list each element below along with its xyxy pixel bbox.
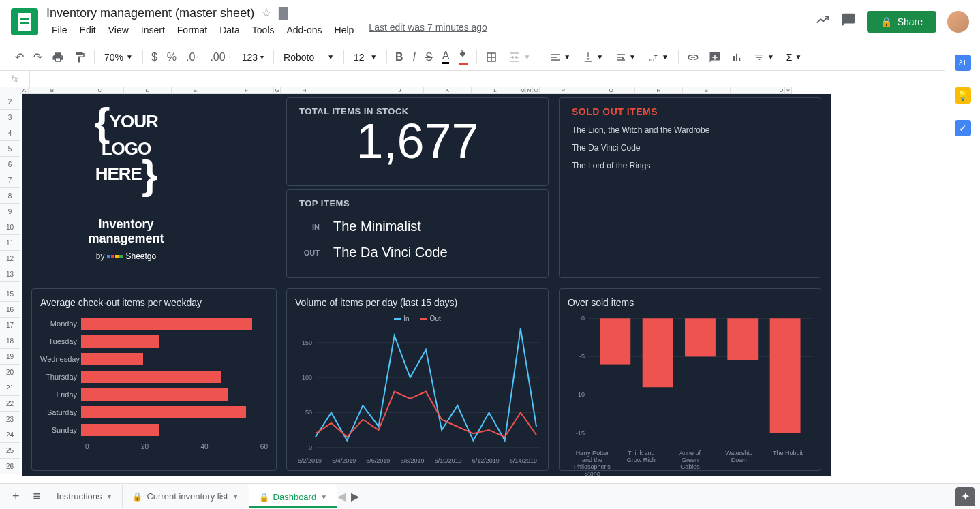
calendar-icon[interactable]: 31 bbox=[955, 55, 971, 71]
oversold-chart[interactable]: Over sold items 0-5-10-15 Harry Potter a… bbox=[559, 288, 821, 471]
menu-format[interactable]: Format bbox=[172, 22, 213, 38]
col-header[interactable]: H bbox=[281, 87, 328, 94]
sheet-tab-dashboard[interactable]: 🔒Dashboard▼ bbox=[249, 485, 338, 508]
menu-edit[interactable]: Edit bbox=[74, 22, 102, 38]
print-button[interactable] bbox=[48, 48, 68, 66]
comments-icon[interactable] bbox=[841, 12, 856, 31]
avg-checkout-chart[interactable]: Average check-out items per weekday Mond… bbox=[31, 288, 277, 471]
row-header[interactable]: 20 bbox=[0, 365, 20, 380]
sheets-icon[interactable] bbox=[11, 8, 38, 35]
col-header[interactable]: P bbox=[540, 87, 587, 94]
col-header[interactable]: V bbox=[785, 87, 792, 94]
col-header[interactable]: S bbox=[683, 87, 731, 94]
explore-button[interactable]: ✦ bbox=[955, 487, 975, 506]
row-header[interactable]: 21 bbox=[0, 380, 20, 396]
col-header[interactable]: M bbox=[519, 87, 526, 94]
col-header[interactable]: G bbox=[274, 87, 281, 94]
text-color-button[interactable]: A bbox=[438, 47, 454, 67]
col-header[interactable]: I bbox=[328, 87, 376, 94]
col-header[interactable]: C bbox=[76, 87, 124, 94]
decrease-decimal-button[interactable]: .0← bbox=[182, 48, 204, 66]
rotate-button[interactable]: ▼ bbox=[643, 49, 674, 65]
col-header[interactable]: F bbox=[219, 87, 274, 94]
menu-insert[interactable]: Insert bbox=[136, 22, 170, 38]
valign-button[interactable]: ▼ bbox=[577, 49, 609, 65]
row-header[interactable]: 16 bbox=[0, 302, 20, 318]
col-header[interactable]: A bbox=[20, 87, 29, 94]
row-header[interactable]: 19 bbox=[0, 349, 20, 365]
col-header[interactable]: U bbox=[778, 87, 785, 94]
row-header[interactable]: 15 bbox=[0, 286, 20, 302]
fill-color-button[interactable] bbox=[455, 47, 472, 67]
row-header[interactable]: 10 bbox=[0, 219, 20, 235]
col-header[interactable]: L bbox=[472, 87, 519, 94]
tasks-icon[interactable]: ✓ bbox=[955, 120, 971, 136]
row-header[interactable]: 8 bbox=[0, 188, 20, 204]
comment-button[interactable] bbox=[705, 48, 725, 66]
wrap-button[interactable]: ▼ bbox=[610, 49, 641, 65]
paint-format-button[interactable] bbox=[70, 48, 90, 66]
col-header[interactable]: J bbox=[376, 87, 424, 94]
col-header[interactable]: R bbox=[635, 87, 683, 94]
col-header[interactable]: K bbox=[424, 87, 472, 94]
tab-scroll-left[interactable]: ◀ bbox=[337, 490, 346, 503]
col-header[interactable]: E bbox=[172, 87, 219, 94]
row-header[interactable]: 3 bbox=[0, 110, 20, 125]
currency-button[interactable]: $ bbox=[147, 48, 162, 66]
star-icon[interactable]: ☆ bbox=[261, 5, 272, 20]
all-sheets-button[interactable]: ≡ bbox=[27, 484, 48, 509]
row-header[interactable]: 17 bbox=[0, 318, 20, 333]
volume-chart[interactable]: Volume of items per day (last 15 days) I… bbox=[286, 288, 549, 471]
row-header[interactable]: 5 bbox=[0, 141, 20, 157]
row-header[interactable]: 4 bbox=[0, 125, 20, 141]
col-header[interactable]: D bbox=[124, 87, 172, 94]
bold-button[interactable]: B bbox=[391, 48, 408, 66]
strikethrough-button[interactable]: S bbox=[421, 48, 437, 66]
chart-button[interactable] bbox=[726, 48, 747, 66]
sheet-tab-instructions[interactable]: Instructions▼ bbox=[47, 485, 123, 508]
halign-button[interactable]: ▼ bbox=[545, 49, 576, 65]
undo-button[interactable]: ↶ bbox=[11, 48, 28, 66]
row-header[interactable]: 6 bbox=[0, 157, 20, 172]
link-button[interactable] bbox=[683, 48, 703, 66]
row-header[interactable]: 24 bbox=[0, 427, 20, 443]
col-header[interactable]: T bbox=[731, 87, 778, 94]
number-format-select[interactable]: 123▾ bbox=[236, 49, 269, 65]
menu-file[interactable]: File bbox=[46, 22, 73, 38]
redo-button[interactable]: ↷ bbox=[29, 48, 46, 66]
col-header[interactable]: N bbox=[526, 87, 533, 94]
col-header[interactable]: O bbox=[533, 87, 540, 94]
menu-data[interactable]: Data bbox=[214, 22, 245, 38]
last-edit-link[interactable]: Last edit was 7 minutes ago bbox=[369, 22, 487, 38]
tab-scroll-right[interactable]: ▶ bbox=[351, 490, 359, 503]
dashboard-canvas[interactable]: {{YOURYOURLOGOHERE} Inventory management… bbox=[20, 94, 980, 476]
share-button[interactable]: 🔒 Share bbox=[867, 11, 936, 33]
select-all-corner[interactable] bbox=[0, 87, 20, 94]
menu-addons[interactable]: Add-ons bbox=[281, 22, 327, 38]
row-header[interactable]: 26 bbox=[0, 459, 20, 474]
activity-icon[interactable] bbox=[815, 12, 830, 31]
row-header[interactable]: 11 bbox=[0, 235, 20, 251]
add-sheet-button[interactable]: + bbox=[5, 484, 27, 509]
menu-help[interactable]: Help bbox=[329, 22, 360, 38]
row-header[interactable]: 13 bbox=[0, 266, 20, 282]
font-select[interactable]: Roboto ▼ bbox=[278, 49, 339, 65]
zoom-select[interactable]: 70% ▼ bbox=[99, 49, 138, 65]
row-header[interactable]: 25 bbox=[0, 443, 20, 459]
col-header[interactable]: B bbox=[29, 87, 76, 94]
folder-icon[interactable]: ▇ bbox=[279, 5, 288, 20]
row-header[interactable]: 22 bbox=[0, 396, 20, 412]
filter-button[interactable]: ▼ bbox=[748, 49, 780, 65]
document-title[interactable]: Inventory management (master sheet) bbox=[46, 6, 254, 20]
user-avatar[interactable] bbox=[947, 11, 969, 33]
keep-icon[interactable]: 💡 bbox=[955, 87, 971, 104]
merge-cells-button[interactable]: ▼ bbox=[503, 48, 536, 66]
borders-button[interactable] bbox=[481, 48, 502, 66]
percent-button[interactable]: % bbox=[163, 48, 181, 66]
row-header[interactable]: 12 bbox=[0, 251, 20, 266]
row-header[interactable]: 9 bbox=[0, 204, 20, 219]
row-header[interactable]: 18 bbox=[0, 333, 20, 349]
font-size-select[interactable]: 12 ▼ bbox=[348, 49, 382, 65]
row-header[interactable]: 2 bbox=[0, 94, 20, 110]
row-header[interactable]: 7 bbox=[0, 172, 20, 188]
